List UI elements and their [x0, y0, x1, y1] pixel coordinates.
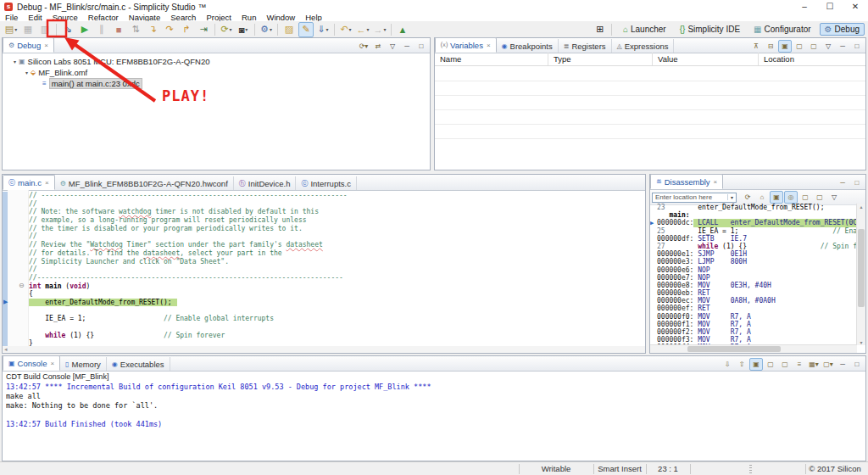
- resume-icon[interactable]: ▶: [77, 22, 92, 37]
- menu-navigate[interactable]: Navigate: [124, 14, 166, 21]
- maximize-panel-icon[interactable]: □: [850, 176, 864, 189]
- minimize-panel-icon[interactable]: ─: [836, 358, 849, 371]
- close-button[interactable]: ✕: [843, 0, 868, 14]
- maximize-panel-icon[interactable]: □: [850, 40, 864, 53]
- previous-edit-icon[interactable]: ↶▾: [338, 22, 353, 37]
- debug-settings-icon[interactable]: ⚙▾: [259, 22, 274, 37]
- bookmark-icon[interactable]: ⇓▾: [315, 22, 331, 37]
- menu-window[interactable]: Window: [261, 14, 300, 21]
- tab-expressions[interactable]: ◬Expressions: [612, 39, 675, 53]
- minimize-button[interactable]: –: [792, 0, 817, 14]
- collapse-all-icon[interactable]: ⊟: [764, 40, 777, 53]
- view-menu-icon[interactable]: ▽: [386, 40, 399, 53]
- tree-item[interactable]: ≡main() at main.c:23 0xdc: [4, 78, 430, 89]
- disconnect-icon[interactable]: ⇅: [128, 22, 143, 37]
- capture-screen-icon[interactable]: ◙▾: [236, 22, 251, 37]
- back-icon[interactable]: ←▾: [355, 22, 370, 37]
- refresh-icon[interactable]: ⟳▾: [219, 22, 234, 37]
- chevron-down-icon[interactable]: ▾: [326, 26, 329, 32]
- tab-breakpoints[interactable]: ◉Breakpoints: [497, 39, 559, 53]
- perspective-launcher[interactable]: ⌂Launcher: [618, 23, 671, 36]
- highlight-icon[interactable]: ✎: [298, 22, 314, 37]
- tab-disassembly[interactable]: ≝ Disassembly ×: [650, 174, 723, 189]
- pin-view-icon[interactable]: ▢: [807, 40, 821, 53]
- tab-console[interactable]: ▣Console×: [3, 355, 60, 371]
- tab-executables[interactable]: ◉Executables: [107, 357, 170, 371]
- step-return-icon[interactable]: ↱: [179, 22, 194, 37]
- chevron-down-icon[interactable]: ▾: [366, 26, 369, 32]
- refresh-view-icon[interactable]: ⟳: [741, 191, 754, 204]
- chevron-down-icon[interactable]: ▾: [815, 360, 819, 368]
- chevron-down-icon[interactable]: ▾: [364, 42, 368, 50]
- maximize-panel-icon[interactable]: □: [415, 40, 428, 53]
- disassembly-listing[interactable]: 23 enter_DefaultMode_from_RESET(); main:…: [650, 204, 857, 345]
- code-editor[interactable]: // -------------------------------------…: [3, 190, 645, 353]
- view-menu-icon[interactable]: ▽: [827, 191, 841, 204]
- home-icon[interactable]: ⌂: [755, 191, 769, 204]
- forward-icon[interactable]: →▾: [372, 22, 387, 37]
- column-header-value[interactable]: Value: [653, 53, 759, 65]
- pin-view-icon[interactable]: ▢: [813, 191, 826, 204]
- column-header-location[interactable]: Location: [759, 53, 868, 65]
- scroll-lock-down-icon[interactable]: ⇩: [721, 358, 734, 371]
- perspective-debug[interactable]: ⚙Debug: [820, 23, 865, 36]
- close-icon[interactable]: ×: [487, 42, 491, 49]
- column-header-name[interactable]: Name: [435, 53, 548, 65]
- new-view-icon[interactable]: ▢: [798, 191, 812, 204]
- word-wrap-icon[interactable]: ≡: [793, 358, 806, 371]
- show-type-names-icon[interactable]: ⊼: [749, 40, 763, 53]
- open-folder-icon[interactable]: ▨: [281, 22, 297, 37]
- menu-run[interactable]: Run: [236, 14, 261, 21]
- close-icon[interactable]: ×: [714, 178, 718, 186]
- show-logical-structure-icon[interactable]: ▣: [778, 40, 792, 53]
- chevron-down-icon[interactable]: ▾: [383, 26, 386, 32]
- disassembly-horizontal-scrollbar[interactable]: [650, 344, 857, 353]
- chevron-down-icon[interactable]: ▾: [349, 26, 352, 32]
- perspective-configurator[interactable]: ▦Configurator: [748, 23, 815, 36]
- chevron-down-icon[interactable]: ▾: [245, 26, 248, 32]
- clear-console-icon[interactable]: ▢: [764, 358, 777, 371]
- tab-interrupts-c[interactable]: ⓒInterrupts.c: [296, 176, 357, 190]
- step-into-icon[interactable]: ↴: [145, 22, 160, 37]
- terminate-icon[interactable]: ■: [111, 22, 126, 37]
- tab-main-c[interactable]: ⓒmain.c×: [3, 175, 55, 190]
- tab-debug[interactable]: ⚙ Debug ×: [3, 37, 54, 53]
- chevron-down-icon[interactable]: ▾: [830, 360, 833, 368]
- console-output[interactable]: 13:42:57 **** Incremental Build of confi…: [6, 383, 862, 459]
- chevron-down-icon[interactable]: ▾: [230, 26, 232, 32]
- minimize-panel-icon[interactable]: ─: [836, 176, 849, 189]
- location-combo[interactable]: Enter location here ▾: [652, 193, 737, 203]
- tree-chevron-icon[interactable]: ▾: [11, 59, 19, 64]
- tab-variables[interactable]: ⒳Variables×: [435, 37, 497, 53]
- column-header-type[interactable]: Type: [548, 53, 653, 65]
- close-icon[interactable]: ×: [50, 360, 54, 367]
- editor-horizontal-scrollbar[interactable]: ◂: [3, 346, 645, 353]
- maximize-panel-icon[interactable]: □: [850, 358, 864, 371]
- tree-item[interactable]: ▾▣Silicon Labs 8051 MCU: EFM8BB10F2G-A-Q…: [4, 56, 430, 67]
- suspend-icon[interactable]: ∥: [94, 22, 109, 37]
- minimize-panel-icon[interactable]: ─: [836, 40, 849, 53]
- tab-registers[interactable]: ≣Registers: [559, 39, 612, 53]
- open-perspective-button[interactable]: ⊞: [593, 22, 608, 37]
- menu-refactor[interactable]: Refactor: [83, 14, 124, 21]
- launch-history-icon[interactable]: ⟳▾: [357, 40, 370, 53]
- new-view-icon[interactable]: ▢: [793, 40, 806, 53]
- display-selected-icon[interactable]: ▢: [778, 358, 792, 371]
- tab-memory[interactable]: ▯Memory: [60, 357, 107, 371]
- restore-launch-icon[interactable]: ▲: [395, 22, 410, 37]
- menu-file[interactable]: File: [0, 14, 23, 21]
- save-icon[interactable]: ▦: [20, 22, 36, 37]
- chevron-down-icon[interactable]: ▾: [14, 26, 17, 32]
- fold-minus-icon[interactable]: ⊖: [19, 282, 25, 289]
- open-console-icon[interactable]: ▦▾: [807, 358, 821, 371]
- tab-initdevice-h[interactable]: ⓗInitDevice.h: [234, 176, 297, 190]
- step-over-icon[interactable]: ↷: [162, 22, 177, 37]
- chevron-down-icon[interactable]: ▾: [727, 194, 736, 200]
- minimize-panel-icon[interactable]: ─: [400, 40, 414, 53]
- perspective-simplicity-ide[interactable]: {}Simplicity IDE: [675, 23, 745, 36]
- editor-gutter[interactable]: [8, 190, 29, 346]
- view-menu-icon[interactable]: ▽: [821, 40, 835, 53]
- menu-help[interactable]: Help: [300, 14, 327, 21]
- launch-debug-icon[interactable]: ⇘: [60, 22, 75, 37]
- link-with-editor-icon[interactable]: ⇄: [371, 40, 385, 53]
